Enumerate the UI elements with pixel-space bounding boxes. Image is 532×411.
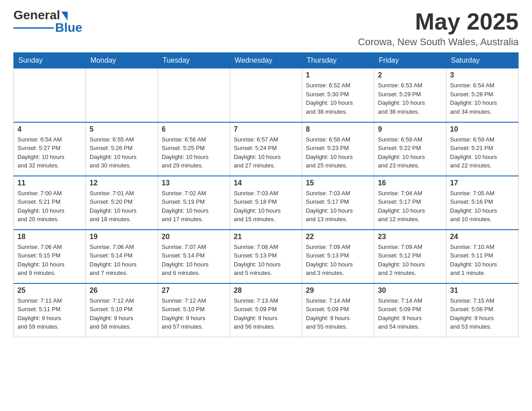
column-header-tuesday: Tuesday bbox=[158, 53, 230, 68]
day-number: 13 bbox=[162, 179, 226, 187]
day-number: 2 bbox=[378, 71, 442, 79]
calendar-cell: 12Sunrise: 7:01 AM Sunset: 5:20 PM Dayli… bbox=[86, 176, 158, 230]
calendar-cell: 31Sunrise: 7:15 AM Sunset: 5:08 PM Dayli… bbox=[446, 283, 519, 337]
column-header-friday: Friday bbox=[374, 53, 446, 68]
month-title: May 2025 bbox=[358, 9, 519, 34]
day-number: 23 bbox=[378, 233, 442, 241]
day-number: 20 bbox=[162, 233, 226, 241]
day-info: Sunrise: 6:52 AM Sunset: 5:30 PM Dayligh… bbox=[306, 81, 370, 116]
day-info: Sunrise: 7:01 AM Sunset: 5:20 PM Dayligh… bbox=[90, 189, 154, 224]
calendar-cell: 9Sunrise: 6:59 AM Sunset: 5:22 PM Daylig… bbox=[374, 122, 446, 176]
calendar-cell: 24Sunrise: 7:10 AM Sunset: 5:11 PM Dayli… bbox=[446, 230, 519, 283]
day-info: Sunrise: 6:54 AM Sunset: 5:28 PM Dayligh… bbox=[450, 81, 515, 116]
calendar-cell: 2Sunrise: 6:53 AM Sunset: 5:29 PM Daylig… bbox=[374, 68, 446, 122]
day-number: 15 bbox=[306, 179, 370, 187]
day-number: 6 bbox=[162, 125, 226, 133]
day-info: Sunrise: 6:57 AM Sunset: 5:24 PM Dayligh… bbox=[234, 135, 298, 170]
calendar-cell: 30Sunrise: 7:14 AM Sunset: 5:09 PM Dayli… bbox=[374, 283, 446, 337]
day-number: 16 bbox=[378, 179, 442, 187]
calendar-cell: 21Sunrise: 7:08 AM Sunset: 5:13 PM Dayli… bbox=[230, 230, 302, 283]
day-number: 4 bbox=[17, 125, 82, 133]
week-row-1: 1Sunrise: 6:52 AM Sunset: 5:30 PM Daylig… bbox=[14, 68, 519, 122]
calendar-cell: 6Sunrise: 6:56 AM Sunset: 5:25 PM Daylig… bbox=[158, 122, 230, 176]
calendar-cell: 16Sunrise: 7:04 AM Sunset: 5:17 PM Dayli… bbox=[374, 176, 446, 230]
day-info: Sunrise: 7:14 AM Sunset: 5:09 PM Dayligh… bbox=[378, 296, 442, 331]
calendar-cell: 23Sunrise: 7:09 AM Sunset: 5:12 PM Dayli… bbox=[374, 230, 446, 283]
day-info: Sunrise: 7:14 AM Sunset: 5:09 PM Dayligh… bbox=[306, 296, 370, 331]
day-info: Sunrise: 7:05 AM Sunset: 5:16 PM Dayligh… bbox=[450, 189, 515, 224]
day-info: Sunrise: 7:06 AM Sunset: 5:15 PM Dayligh… bbox=[17, 243, 82, 278]
day-number: 17 bbox=[450, 179, 515, 187]
logo-text: General bbox=[13, 9, 68, 21]
day-info: Sunrise: 6:55 AM Sunset: 5:26 PM Dayligh… bbox=[90, 135, 154, 170]
day-number: 14 bbox=[234, 179, 298, 187]
day-info: Sunrise: 7:03 AM Sunset: 5:17 PM Dayligh… bbox=[306, 189, 370, 224]
calendar-cell: 13Sunrise: 7:02 AM Sunset: 5:19 PM Dayli… bbox=[158, 176, 230, 230]
day-number: 31 bbox=[450, 287, 515, 295]
day-info: Sunrise: 6:58 AM Sunset: 5:23 PM Dayligh… bbox=[306, 135, 370, 170]
column-header-saturday: Saturday bbox=[446, 53, 519, 68]
column-header-sunday: Sunday bbox=[14, 53, 86, 68]
calendar-cell: 3Sunrise: 6:54 AM Sunset: 5:28 PM Daylig… bbox=[446, 68, 519, 122]
calendar-cell: 15Sunrise: 7:03 AM Sunset: 5:17 PM Dayli… bbox=[302, 176, 374, 230]
calendar-cell: 17Sunrise: 7:05 AM Sunset: 5:16 PM Dayli… bbox=[446, 176, 519, 230]
calendar-cell: 29Sunrise: 7:14 AM Sunset: 5:09 PM Dayli… bbox=[302, 283, 374, 337]
day-info: Sunrise: 7:11 AM Sunset: 5:11 PM Dayligh… bbox=[17, 296, 82, 331]
day-info: Sunrise: 6:56 AM Sunset: 5:25 PM Dayligh… bbox=[162, 135, 226, 170]
day-number: 18 bbox=[17, 233, 82, 241]
calendar-cell: 26Sunrise: 7:12 AM Sunset: 5:10 PM Dayli… bbox=[86, 283, 158, 337]
calendar-cell: 14Sunrise: 7:03 AM Sunset: 5:18 PM Dayli… bbox=[230, 176, 302, 230]
column-header-thursday: Thursday bbox=[302, 53, 374, 68]
day-info: Sunrise: 7:08 AM Sunset: 5:13 PM Dayligh… bbox=[234, 243, 298, 278]
day-number: 29 bbox=[306, 287, 370, 295]
day-number: 9 bbox=[378, 125, 442, 133]
calendar-table: SundayMondayTuesdayWednesdayThursdayFrid… bbox=[13, 52, 519, 337]
calendar-cell bbox=[86, 68, 158, 122]
day-info: Sunrise: 7:09 AM Sunset: 5:12 PM Dayligh… bbox=[378, 243, 442, 278]
title-area: May 2025 Corowa, New South Wales, Austra… bbox=[358, 9, 519, 48]
week-row-2: 4Sunrise: 6:54 AM Sunset: 5:27 PM Daylig… bbox=[14, 122, 519, 176]
day-info: Sunrise: 7:13 AM Sunset: 5:09 PM Dayligh… bbox=[234, 296, 298, 331]
calendar-cell: 20Sunrise: 7:07 AM Sunset: 5:14 PM Dayli… bbox=[158, 230, 230, 283]
day-number: 26 bbox=[90, 287, 154, 295]
day-info: Sunrise: 7:09 AM Sunset: 5:13 PM Dayligh… bbox=[306, 243, 370, 278]
day-number: 3 bbox=[450, 71, 515, 79]
calendar-cell: 10Sunrise: 6:59 AM Sunset: 5:21 PM Dayli… bbox=[446, 122, 519, 176]
day-info: Sunrise: 7:07 AM Sunset: 5:14 PM Dayligh… bbox=[162, 243, 226, 278]
week-row-5: 25Sunrise: 7:11 AM Sunset: 5:11 PM Dayli… bbox=[14, 283, 519, 337]
calendar-cell bbox=[14, 68, 86, 122]
day-number: 27 bbox=[162, 287, 226, 295]
calendar-cell: 4Sunrise: 6:54 AM Sunset: 5:27 PM Daylig… bbox=[14, 122, 86, 176]
day-number: 25 bbox=[17, 287, 82, 295]
page-header: General Blue May 2025 Corowa, New South … bbox=[13, 9, 519, 48]
day-info: Sunrise: 7:00 AM Sunset: 5:21 PM Dayligh… bbox=[17, 189, 82, 224]
calendar-cell: 27Sunrise: 7:12 AM Sunset: 5:10 PM Dayli… bbox=[158, 283, 230, 337]
day-info: Sunrise: 6:59 AM Sunset: 5:21 PM Dayligh… bbox=[450, 135, 515, 170]
day-number: 30 bbox=[378, 287, 442, 295]
calendar-cell: 18Sunrise: 7:06 AM Sunset: 5:15 PM Dayli… bbox=[14, 230, 86, 283]
calendar-cell bbox=[158, 68, 230, 122]
column-header-wednesday: Wednesday bbox=[230, 53, 302, 68]
day-info: Sunrise: 7:12 AM Sunset: 5:10 PM Dayligh… bbox=[162, 296, 226, 331]
day-number: 11 bbox=[17, 179, 82, 187]
day-info: Sunrise: 7:04 AM Sunset: 5:17 PM Dayligh… bbox=[378, 189, 442, 224]
day-info: Sunrise: 7:06 AM Sunset: 5:14 PM Dayligh… bbox=[90, 243, 154, 278]
day-info: Sunrise: 6:54 AM Sunset: 5:27 PM Dayligh… bbox=[17, 135, 82, 170]
day-number: 10 bbox=[450, 125, 515, 133]
day-info: Sunrise: 6:59 AM Sunset: 5:22 PM Dayligh… bbox=[378, 135, 442, 170]
column-header-monday: Monday bbox=[86, 53, 158, 68]
day-number: 19 bbox=[90, 233, 154, 241]
calendar-header-row: SundayMondayTuesdayWednesdayThursdayFrid… bbox=[14, 53, 519, 68]
calendar-cell: 28Sunrise: 7:13 AM Sunset: 5:09 PM Dayli… bbox=[230, 283, 302, 337]
calendar-cell: 5Sunrise: 6:55 AM Sunset: 5:26 PM Daylig… bbox=[86, 122, 158, 176]
location-subtitle: Corowa, New South Wales, Australia bbox=[358, 36, 519, 48]
calendar-cell: 7Sunrise: 6:57 AM Sunset: 5:24 PM Daylig… bbox=[230, 122, 302, 176]
day-number: 5 bbox=[90, 125, 154, 133]
day-info: Sunrise: 7:10 AM Sunset: 5:11 PM Dayligh… bbox=[450, 243, 515, 278]
calendar-cell: 1Sunrise: 6:52 AM Sunset: 5:30 PM Daylig… bbox=[302, 68, 374, 122]
calendar-cell: 11Sunrise: 7:00 AM Sunset: 5:21 PM Dayli… bbox=[14, 176, 86, 230]
logo-blue: Blue bbox=[55, 21, 82, 35]
day-number: 8 bbox=[306, 125, 370, 133]
day-info: Sunrise: 6:53 AM Sunset: 5:29 PM Dayligh… bbox=[378, 81, 442, 116]
day-info: Sunrise: 7:12 AM Sunset: 5:10 PM Dayligh… bbox=[90, 296, 154, 331]
